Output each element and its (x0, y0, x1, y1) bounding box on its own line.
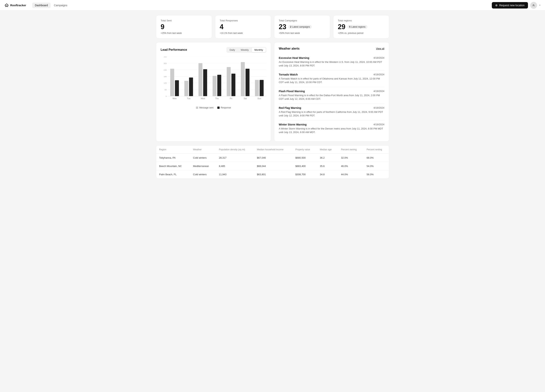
lead-header: Lead Performance DailyWeeklyMonthly (161, 47, 266, 53)
svg-text:Fri: Fri (230, 97, 232, 100)
table-cell-2-3: $63,801 (254, 170, 292, 179)
table-cell-1-0: Beech Mountain, NC (156, 162, 190, 170)
legend-dot-sent (196, 106, 198, 109)
main-nav: Dashboard Campaigns (32, 3, 70, 8)
svg-text:60: 60 (165, 89, 167, 91)
alert-name-0: Excessive Heat Warning (279, 56, 309, 59)
alert-item-1: Tornado Watch 4/19/2024 A Tornado Watch … (279, 70, 384, 87)
alert-item-4: Winter Storm Warning 4/19/2024 A Winter … (279, 120, 384, 137)
table-col-header-1: Weather (190, 146, 216, 154)
stat-card-3: Total regions 29 5 Latest regions +25% v… (333, 15, 389, 38)
table-header: RegionWeatherPopulation density (sq mi)M… (156, 146, 389, 154)
bar-response-4 (231, 74, 235, 96)
stat-value-3: 29 (338, 23, 346, 31)
alert-row1-3: Red Flag Warning 4/19/2024 (279, 106, 384, 109)
weather-title: Weather alerts (279, 47, 300, 50)
table-cell-0-1: Cold winters (190, 154, 216, 162)
alert-item-3: Red Flag Warning 4/19/2024 A Red Flag Wa… (279, 104, 384, 120)
chart-x-labels (167, 102, 266, 103)
alert-desc-2: A Flash Flood Warning is in effect for t… (279, 93, 384, 101)
lower-section: Lead Performance DailyWeeklyMonthly 0601… (156, 42, 389, 142)
stat-label-3: Total regions (338, 19, 384, 22)
svg-text:Sat: Sat (243, 97, 247, 100)
bar-response-6 (260, 80, 264, 96)
chart-legend: Message sent Response (161, 106, 266, 109)
alert-row1-2: Flash Flood Warning 4/19/2024 (279, 90, 384, 93)
nav-item-dashboard[interactable]: Dashboard (32, 3, 50, 8)
tab-daily[interactable]: Daily (227, 48, 238, 52)
legend-sent: Message sent (196, 106, 214, 109)
bar-response-3 (217, 75, 221, 96)
table-col-header-4: Property value (292, 146, 317, 154)
alert-desc-1: A Tornado Watch is in effect for parts o… (279, 77, 384, 84)
table-body: Tobyhanna, PACold winters28,317$67,046$6… (156, 154, 389, 179)
stat-label-0: Total Sent (161, 19, 207, 22)
table-cell-2-2: 11,943 (216, 170, 254, 179)
stat-change-1: +10.1% from last week (220, 32, 266, 34)
alert-desc-4: A Winter Storm Warning is in effect for … (279, 127, 384, 134)
alert-date-0: 4/19/2024 (373, 56, 384, 59)
stat-badge-text-3: Latest regions (351, 25, 365, 28)
bar-sent-5 (241, 62, 245, 96)
legend-response-label: Response (221, 106, 231, 109)
tab-weekly[interactable]: Weekly (238, 48, 251, 52)
svg-text:180: 180 (164, 75, 167, 77)
alert-item-0: Excessive Heat Warning 4/19/2024 An Exce… (279, 54, 384, 70)
alert-date-4: 4/19/2024 (373, 123, 384, 126)
alert-name-2: Flash Flood Warning (279, 90, 305, 93)
avatar-button[interactable]: JL (530, 2, 537, 9)
table-cell-0-5: 36.2 (317, 154, 338, 162)
bar-response-2 (203, 69, 207, 96)
table-col-header-6: Percent owning (338, 146, 364, 154)
chart-area: 060120180240300360MonTueWedThuFriSatSun … (161, 56, 266, 109)
table-cell-1-6: 46.0% (338, 162, 364, 170)
svg-text:Tue: Tue (187, 97, 190, 100)
header-right: ⊕ Request new location JL ▾ (492, 2, 540, 9)
table-col-header-7: Percent renting (364, 146, 389, 154)
stat-card-0: Total Sent 9 +25% from last week (156, 15, 212, 38)
lead-performance-title: Lead Performance (161, 48, 187, 51)
location-icon: ⊕ (495, 4, 498, 7)
table-col-header-0: Region (156, 146, 190, 154)
table-row-1: Beech Mountain, NCMediterranean8,485$68,… (156, 162, 389, 170)
table-cell-0-2: 28,317 (216, 154, 254, 162)
stat-value-0: 9 (161, 23, 165, 31)
header: Rooftracker Dashboard Campaigns ⊕ Reques… (0, 0, 545, 11)
svg-text:Thu: Thu (215, 97, 219, 100)
alert-name-3: Red Flag Warning (279, 106, 301, 109)
table-cell-0-4: $680,500 (292, 154, 317, 162)
svg-text:Wed: Wed (201, 97, 205, 100)
table-cell-0-7: 68.0% (364, 154, 389, 162)
alert-date-3: 4/19/2024 (373, 106, 384, 109)
table-cell-1-7: 54.0% (364, 162, 389, 170)
regions-table: RegionWeatherPopulation density (sq mi)M… (156, 146, 389, 179)
view-all-link[interactable]: View all (376, 47, 384, 50)
legend-dot-response (217, 106, 220, 109)
alert-desc-0: An Excessive Heat Warning is in effect f… (279, 60, 384, 68)
table-cell-1-2: 8,485 (216, 162, 254, 170)
stat-value-row-3: 29 5 Latest regions (338, 23, 384, 31)
svg-text:300: 300 (164, 62, 167, 64)
table-col-header-5: Median age (317, 146, 338, 154)
legend-sent-label: Message sent (199, 106, 214, 109)
svg-text:360: 360 (164, 56, 167, 58)
stat-cards-grid: Total Sent 9 +25% from last week Total R… (156, 15, 389, 38)
alert-date-1: 4/19/2024 (373, 73, 384, 76)
table-row-2: Palm Beach, FLCold winters11,943$63,801$… (156, 170, 389, 179)
nav-item-campaigns[interactable]: Campaigns (51, 3, 70, 8)
alert-item-2: Flash Flood Warning 4/19/2024 A Flash Fl… (279, 87, 384, 104)
stat-change-3: +25% vs. previous period (338, 32, 384, 34)
tab-monthly[interactable]: Monthly (252, 48, 266, 52)
stat-label-2: Total Campaigns (279, 19, 325, 22)
stat-card-2: Total Campaigns 23 2 Latest campaigns +5… (274, 15, 330, 38)
svg-text:0: 0 (166, 95, 167, 97)
main-content: Total Sent 9 +25% from last week Total R… (151, 11, 394, 183)
legend-response: Response (217, 106, 231, 109)
chart-svg: 060120180240300360MonTueWedThuFriSatSun (161, 56, 266, 102)
alert-date-2: 4/19/2024 (373, 90, 384, 93)
avatar-caret-icon[interactable]: ▾ (539, 4, 540, 6)
table-cell-1-5: 35.6 (317, 162, 338, 170)
table-cell-0-3: $67,046 (254, 154, 292, 162)
table-col-header-3: Median household income (254, 146, 292, 154)
request-location-button[interactable]: ⊕ Request new location (492, 2, 528, 8)
